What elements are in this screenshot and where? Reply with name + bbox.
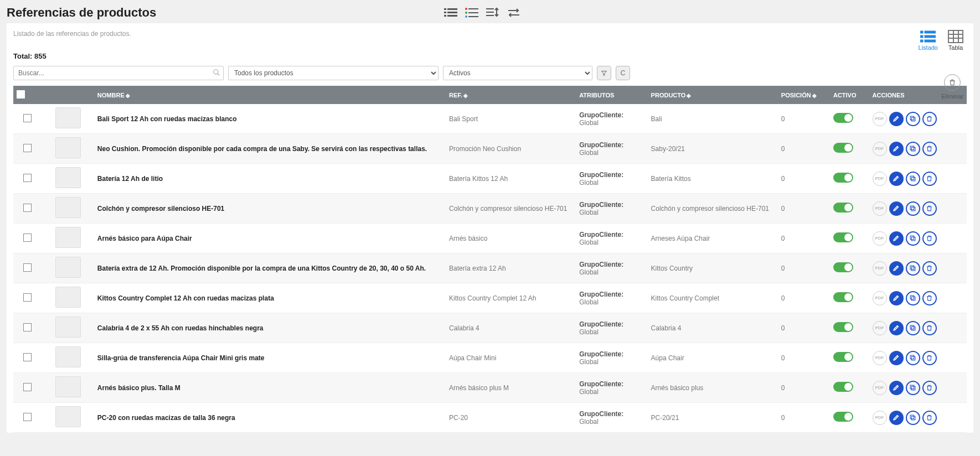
delete-button[interactable]: [922, 172, 937, 186]
row-ref: Aúpa Chair Mini: [446, 343, 576, 373]
select-all-checkbox[interactable]: [17, 90, 25, 99]
copy-button[interactable]: [906, 351, 920, 365]
row-checkbox[interactable]: [23, 114, 32, 122]
delete-button[interactable]: [922, 142, 937, 156]
pdf-button[interactable]: PDF: [873, 351, 887, 365]
product-thumbnail[interactable]: [55, 317, 81, 338]
delete-button[interactable]: [922, 291, 937, 305]
delete-button[interactable]: [922, 261, 937, 276]
row-checkbox[interactable]: [23, 353, 32, 361]
product-thumbnail[interactable]: [55, 167, 81, 188]
view-table-button[interactable]: Tabla: [948, 30, 963, 51]
edit-button[interactable]: [889, 261, 904, 276]
copy-button[interactable]: [906, 321, 920, 335]
active-toggle[interactable]: [833, 292, 853, 302]
active-toggle[interactable]: [833, 232, 853, 242]
copy-button[interactable]: [906, 411, 920, 425]
col-name-header[interactable]: NOMBRE◆: [94, 86, 446, 104]
edit-button[interactable]: [889, 411, 904, 425]
delete-button[interactable]: [922, 351, 937, 365]
copy-button[interactable]: [906, 142, 920, 156]
edit-button[interactable]: [889, 291, 904, 305]
sort-list-icon[interactable]: [486, 7, 499, 19]
view-list-button[interactable]: Listado: [919, 30, 938, 51]
row-checkbox[interactable]: [23, 144, 32, 152]
pdf-button[interactable]: PDF: [873, 411, 887, 425]
active-toggle[interactable]: [833, 352, 853, 362]
col-ref-header[interactable]: REF.◆: [446, 86, 576, 104]
row-name: Colchón y compresor silencioso HE-701: [94, 194, 446, 224]
active-toggle[interactable]: [833, 173, 853, 183]
row-checkbox[interactable]: [23, 234, 32, 242]
pdf-button[interactable]: PDF: [873, 112, 887, 126]
delete-button[interactable]: [922, 112, 937, 126]
active-toggle[interactable]: [833, 382, 853, 392]
delete-button[interactable]: [922, 201, 937, 216]
row-checkbox[interactable]: [23, 204, 32, 212]
active-toggle[interactable]: [833, 322, 853, 332]
row-checkbox[interactable]: [23, 174, 32, 182]
row-checkbox[interactable]: [23, 323, 32, 331]
delete-button[interactable]: [922, 411, 937, 425]
active-toggle[interactable]: [833, 412, 853, 422]
edit-button[interactable]: [889, 112, 904, 126]
active-toggle[interactable]: [833, 203, 853, 213]
status-filter-select[interactable]: Activos: [443, 66, 592, 80]
pdf-button[interactable]: PDF: [873, 142, 887, 156]
edit-button[interactable]: [889, 201, 904, 216]
product-thumbnail[interactable]: [55, 137, 81, 158]
product-table: NOMBRE◆ REF.◆ ATRIBUTOS PRODUCTO◆ POSICI…: [13, 86, 967, 433]
product-thumbnail[interactable]: [55, 406, 81, 427]
edit-button[interactable]: [889, 142, 904, 156]
row-position: 0: [778, 403, 830, 433]
edit-button[interactable]: [889, 321, 904, 335]
row-checkbox[interactable]: [23, 383, 32, 391]
copy-button[interactable]: [906, 261, 920, 276]
product-filter-select[interactable]: Todos los productos: [228, 66, 439, 80]
edit-button[interactable]: [889, 172, 904, 186]
product-thumbnail[interactable]: [55, 197, 81, 218]
pdf-button[interactable]: PDF: [873, 381, 887, 395]
delete-button[interactable]: [922, 231, 937, 246]
pdf-button[interactable]: PDF: [873, 231, 887, 246]
product-thumbnail[interactable]: [55, 107, 81, 128]
product-thumbnail[interactable]: [55, 287, 81, 308]
copy-button[interactable]: [906, 291, 920, 305]
search-icon[interactable]: [213, 69, 220, 76]
product-thumbnail[interactable]: [55, 376, 81, 397]
active-toggle[interactable]: [833, 113, 853, 123]
product-thumbnail[interactable]: [55, 227, 81, 248]
search-input[interactable]: [13, 66, 224, 80]
copy-button[interactable]: [906, 231, 920, 246]
copy-button[interactable]: [906, 112, 920, 126]
bulk-delete-button[interactable]: Eliminar: [941, 74, 963, 100]
product-thumbnail[interactable]: [55, 257, 81, 278]
svg-rect-39: [910, 266, 914, 270]
col-prod-header[interactable]: PRODUCTO◆: [648, 86, 778, 104]
list-view-icon[interactable]: [444, 7, 457, 19]
pdf-button[interactable]: PDF: [873, 172, 887, 186]
row-checkbox[interactable]: [23, 293, 32, 302]
clear-filter-button[interactable]: C: [616, 66, 630, 80]
active-toggle[interactable]: [833, 143, 853, 153]
pdf-button[interactable]: PDF: [873, 201, 887, 216]
edit-button[interactable]: [889, 381, 904, 395]
edit-button[interactable]: [889, 351, 904, 365]
delete-button[interactable]: [922, 321, 937, 335]
pdf-button[interactable]: PDF: [873, 261, 887, 276]
product-thumbnail[interactable]: [55, 346, 81, 367]
row-checkbox[interactable]: [23, 413, 32, 421]
copy-button[interactable]: [906, 201, 920, 216]
col-pos-header[interactable]: POSICIÓN◆: [778, 86, 830, 104]
transfer-icon[interactable]: [507, 7, 520, 19]
pdf-button[interactable]: PDF: [873, 321, 887, 335]
copy-button[interactable]: [906, 381, 920, 395]
edit-button[interactable]: [889, 231, 904, 246]
active-toggle[interactable]: [833, 262, 853, 272]
delete-button[interactable]: [922, 381, 937, 395]
filter-button[interactable]: [597, 66, 611, 80]
ordered-list-icon[interactable]: [465, 7, 478, 19]
copy-button[interactable]: [906, 172, 920, 186]
row-checkbox[interactable]: [23, 263, 32, 272]
pdf-button[interactable]: PDF: [873, 291, 887, 305]
